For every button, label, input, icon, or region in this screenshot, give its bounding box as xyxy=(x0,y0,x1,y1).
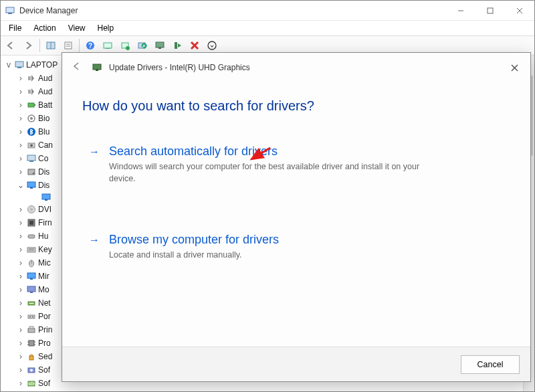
close-button[interactable] xyxy=(505,1,534,21)
more-icon[interactable] xyxy=(204,37,220,54)
expand-icon[interactable]: › xyxy=(17,296,25,310)
update-icon[interactable] xyxy=(117,37,133,54)
expand-icon[interactable]: › xyxy=(17,336,25,350)
expand-icon[interactable]: › xyxy=(17,390,25,391)
expand-icon[interactable]: › xyxy=(17,98,25,112)
expand-icon[interactable]: › xyxy=(17,216,25,229)
svg-rect-59 xyxy=(28,315,35,318)
node-label: Batt xyxy=(38,98,52,112)
option-title: Browse my computer for drivers xyxy=(109,233,279,247)
computer-icon xyxy=(14,60,25,70)
monitor-icon[interactable] xyxy=(152,37,168,54)
show-hidden-icon[interactable] xyxy=(43,37,59,54)
update-driver-dialog: Update Drivers - Intel(R) UHD Graphics H… xyxy=(62,52,531,382)
svg-rect-35 xyxy=(27,155,35,161)
node-label: Firn xyxy=(38,216,52,229)
expand-icon[interactable]: › xyxy=(17,203,25,216)
expand-icon[interactable]: › xyxy=(17,243,25,256)
node-label: Aud xyxy=(38,72,52,85)
svg-rect-75 xyxy=(93,64,101,70)
expand-icon[interactable]: › xyxy=(17,229,25,243)
collapse-icon[interactable]: v xyxy=(5,58,13,72)
svg-rect-54 xyxy=(30,278,33,280)
keyboard-icon xyxy=(26,244,37,255)
svg-point-60 xyxy=(29,316,31,318)
display-icon xyxy=(26,180,37,191)
svg-rect-25 xyxy=(17,67,21,68)
forward-icon[interactable] xyxy=(21,37,37,54)
cancel-button[interactable]: Cancel xyxy=(461,355,520,374)
dialog-titlebar: Update Drivers - Intel(R) UHD Graphics xyxy=(62,53,530,82)
back-icon[interactable] xyxy=(3,37,19,54)
menu-file[interactable]: File xyxy=(3,22,27,34)
option-search-automatically[interactable]: → Search automatically for drivers Windo… xyxy=(82,140,457,189)
svg-rect-46 xyxy=(29,221,33,225)
svg-rect-14 xyxy=(106,48,110,49)
port-icon xyxy=(26,311,37,322)
expand-icon[interactable]: › xyxy=(17,350,25,363)
properties-icon[interactable] xyxy=(60,37,76,54)
battery-icon xyxy=(26,100,37,110)
view-devices-icon[interactable] xyxy=(100,37,116,54)
expand-icon[interactable]: › xyxy=(17,112,25,125)
node-label: Mic xyxy=(38,256,51,270)
sound-icon xyxy=(26,86,37,97)
maximize-button[interactable] xyxy=(475,1,505,21)
expand-icon[interactable]: › xyxy=(17,363,25,377)
svg-rect-55 xyxy=(27,286,35,292)
menu-help[interactable]: Help xyxy=(92,22,120,34)
arrow-right-icon: → xyxy=(89,146,100,185)
expand-icon[interactable]: › xyxy=(17,125,25,138)
svg-rect-64 xyxy=(29,340,34,346)
node-label: Prin xyxy=(38,323,52,336)
app-icon xyxy=(5,5,15,16)
expand-icon[interactable]: › xyxy=(17,283,25,296)
expand-icon[interactable]: › xyxy=(17,85,25,98)
node-label: Sed xyxy=(38,350,52,363)
collapse-icon[interactable]: ⌄ xyxy=(17,179,25,192)
node-label: DVI xyxy=(38,203,51,216)
tree-node[interactable]: › Sou xyxy=(17,390,519,391)
scan-icon[interactable] xyxy=(134,37,150,54)
node-label: Net xyxy=(38,296,51,310)
expand-icon[interactable]: › xyxy=(17,138,25,152)
node-label: Blu xyxy=(38,125,49,138)
minimize-button[interactable] xyxy=(446,1,475,21)
expand-icon[interactable]: › xyxy=(17,72,25,85)
node-label: Mo xyxy=(38,283,49,296)
security-icon xyxy=(26,351,37,362)
delete-icon[interactable] xyxy=(187,37,203,54)
network-icon xyxy=(26,298,37,308)
svg-text:</>: </> xyxy=(28,381,35,386)
dialog-back-button[interactable] xyxy=(69,59,85,76)
dialog-heading: How do you want to search for drivers? xyxy=(82,98,510,114)
dvd-icon xyxy=(26,204,37,215)
menu-view[interactable]: View xyxy=(63,22,91,34)
expand-icon[interactable]: › xyxy=(17,323,25,336)
menu-action[interactable]: Action xyxy=(28,22,61,34)
biometric-icon xyxy=(26,113,37,124)
svg-rect-62 xyxy=(28,328,35,332)
expand-icon[interactable]: › xyxy=(17,256,25,270)
help-icon[interactable]: ? xyxy=(82,37,98,54)
expand-icon[interactable]: › xyxy=(17,270,25,283)
svg-rect-29 xyxy=(34,104,35,106)
node-label: Sof xyxy=(38,363,50,377)
remove-icon[interactable] xyxy=(169,37,185,54)
printer-icon xyxy=(26,324,37,335)
dialog-close-button[interactable] xyxy=(502,58,526,78)
svg-rect-20 xyxy=(175,42,177,49)
option-description: Locate and install a driver manually. xyxy=(109,250,279,262)
expand-icon[interactable]: › xyxy=(17,165,25,179)
expand-icon[interactable]: › xyxy=(17,377,25,390)
svg-rect-13 xyxy=(104,43,112,48)
node-label: Co xyxy=(38,152,48,165)
option-browse-computer[interactable]: → Browse my computer for drivers Locate … xyxy=(82,229,457,266)
svg-point-38 xyxy=(33,173,34,174)
expand-icon[interactable]: › xyxy=(17,310,25,323)
node-label: Aud xyxy=(38,85,52,98)
computer-icon xyxy=(26,153,37,164)
display-icon xyxy=(41,192,51,203)
expand-icon[interactable]: › xyxy=(17,152,25,165)
svg-rect-69 xyxy=(29,356,33,360)
